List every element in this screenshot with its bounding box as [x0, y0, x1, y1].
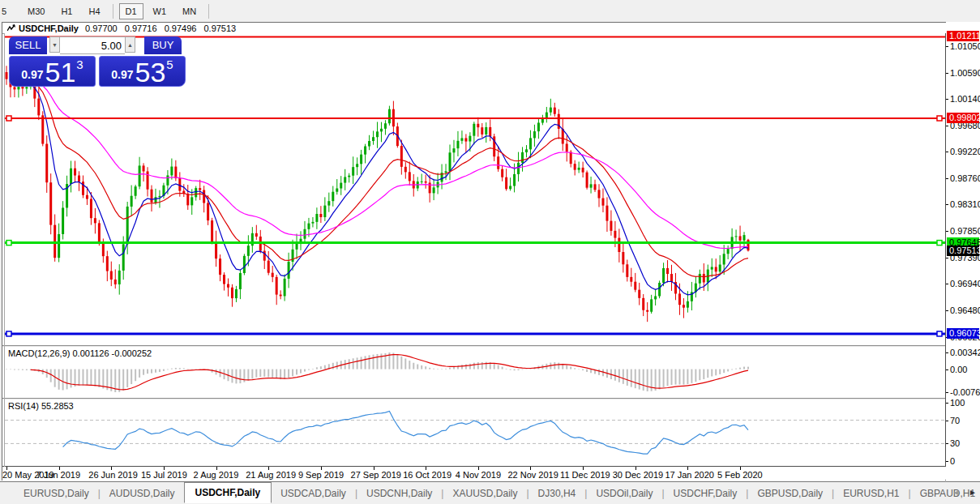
tab-eurusd-h1[interactable]: EURUSD,H1: [834, 484, 908, 503]
pane-border-bottom: [2, 466, 978, 467]
time-axis[interactable]: 20 May 20197 Jun 201926 Jun 201915 Jul 2…: [2, 468, 945, 481]
price-tick-label: 0.96480: [950, 305, 980, 315]
volume-increase-button[interactable]: ▲: [125, 36, 135, 53]
hline-handle: [937, 331, 942, 336]
tab-scroll-left-icon[interactable]: ◄: [952, 488, 960, 497]
price-tick-label: 1.00140: [950, 94, 980, 104]
time-tick-label: 22 Nov 2019: [507, 470, 558, 480]
rsi-axis-label: 30: [950, 438, 960, 448]
timeframe-h4-button[interactable]: H4: [82, 3, 106, 19]
price-tick-label: 0.96940: [950, 279, 980, 288]
tab-eurusd-daily[interactable]: EURUSD,Daily: [15, 484, 98, 503]
hline-handle: [937, 241, 942, 246]
time-tick-label: 16 Oct 2019: [403, 470, 451, 480]
tab-audusd-daily[interactable]: AUDUSD,Daily: [101, 484, 184, 503]
axis-border: [945, 33, 946, 467]
price-flag-1.01211: 1.01211: [947, 31, 979, 41]
macd-min-label: -0.007615: [950, 387, 980, 397]
timeframe-mn-button[interactable]: MN: [176, 3, 203, 19]
sell-button[interactable]: SELL: [9, 36, 47, 54]
high-value: 0.97716: [125, 23, 157, 33]
rsi-line: [63, 411, 748, 454]
price-tick-label: 0.97850: [950, 226, 980, 236]
volume-decrease-button[interactable]: ▼: [49, 36, 60, 53]
one-click-trading-panel: SELL ▼ ▲ BUY 0.97 51 3 0.97 53 5: [9, 36, 186, 87]
time-tick-label: 26 Jun 2019: [88, 470, 138, 480]
macd-values: 0.001126 -0.000252: [72, 348, 152, 358]
chart-titlebar: USDCHF,Daily 0.97700 0.97716 0.97496 0.9…: [2, 23, 978, 33]
ask-point: 5: [166, 58, 173, 71]
chart-symbol-title: USDCHF,Daily: [19, 23, 79, 33]
macd-histogram: [6, 352, 749, 392]
hline-handle: [6, 116, 11, 121]
timeframe-toolbar: 5 M30 H1 H4 D1 W1 MN: [0, 0, 980, 22]
time-tick-label: 15 Jul 2019: [141, 470, 187, 480]
time-tick-label: 17 Jan 2020: [665, 470, 714, 480]
timeframe-w1-button[interactable]: W1: [147, 3, 173, 19]
trade-controls-row: SELL ▼ ▲ BUY: [9, 36, 186, 54]
price-axis[interactable]: 1.010501.005901.001400.996800.992200.987…: [946, 22, 980, 481]
rsi-axis-label: 100: [950, 398, 965, 408]
rsi-pane-canvas[interactable]: [5, 400, 945, 466]
pane-splitter[interactable]: [2, 398, 978, 399]
hline-handle: [6, 331, 11, 336]
tab-usdcad-daily[interactable]: USDCAD,Daily: [272, 484, 355, 503]
tab-dj30-h4[interactable]: DJ30,H4: [529, 484, 585, 503]
rsi-value: 55.2853: [41, 401, 74, 411]
time-tick-label: 21 Aug 2019: [246, 470, 296, 480]
timeframe-d1-button[interactable]: D1: [119, 3, 143, 19]
rsi-axis-label: 0: [950, 456, 955, 466]
bid-point: 3: [76, 58, 83, 71]
tab-usdoil-daily[interactable]: USDOil,Daily: [587, 484, 661, 503]
tab-usdchf-daily-2[interactable]: USDCHF,Daily: [665, 484, 747, 503]
timeframe-h1-button[interactable]: H1: [54, 3, 79, 19]
pane-splitter[interactable]: [2, 345, 978, 347]
price-tick-label: 0.99220: [950, 147, 980, 156]
rsi-axis-label: 70: [950, 416, 960, 425]
chart-tabbar: EURUSD,Daily | AUDUSD,Daily USDCHF,Daily…: [0, 481, 980, 504]
buy-button[interactable]: BUY: [144, 36, 182, 54]
toolbar-separator: [208, 4, 209, 19]
price-flag-0.99802: 0.99802: [947, 113, 979, 123]
chart-icon: [7, 23, 15, 33]
volume-input[interactable]: [60, 36, 125, 54]
time-tick-label: 27 Sep 2019: [351, 470, 401, 480]
macd-zero-label: 0.00: [950, 365, 967, 374]
tab-xauusd-daily[interactable]: XAUUSD,Daily: [443, 484, 526, 503]
time-tick-label: 11 Dec 2019: [560, 470, 610, 480]
timeframe-m15-button[interactable]: 5: [0, 3, 18, 19]
bid-price-display[interactable]: 0.97 51 3: [9, 56, 96, 87]
ask-pips: 53: [135, 60, 166, 84]
low-value: 0.97496: [165, 23, 197, 33]
time-tick-label: 4 Nov 2019: [456, 470, 501, 480]
bid-pips: 51: [45, 60, 76, 84]
tab-scroll-arrows: ◄ ►: [952, 488, 977, 497]
tab-gbpusd-daily[interactable]: GBPUSD,Daily: [748, 484, 832, 503]
price-tick-label: 0.98760: [950, 173, 980, 183]
timeframe-m30-button[interactable]: M30: [21, 3, 51, 19]
rsi-name: RSI(14): [8, 401, 39, 411]
ask-price-display[interactable]: 0.97 53 5: [99, 56, 186, 87]
hline-handle: [6, 241, 11, 246]
ohlc-values: 0.97700 0.97716 0.97496 0.97513: [85, 23, 241, 33]
chart-left-border: [4, 33, 5, 467]
time-tick-label: 2 Aug 2019: [194, 470, 239, 480]
time-tick-label: 5 Feb 2020: [717, 470, 763, 480]
tab-usdcnh-daily[interactable]: USDCNH,Daily: [357, 484, 441, 503]
time-tick-label: 30 Dec 2019: [613, 470, 663, 480]
toolbar-separator: [113, 4, 113, 19]
tab-scroll-right-icon[interactable]: ►: [969, 488, 977, 497]
bid-prefix: 0.97: [21, 68, 43, 81]
tab-usdchf-daily-active[interactable]: USDCHF,Daily: [184, 482, 272, 503]
current-price-flag: 0.97513: [947, 246, 979, 256]
time-tick-label: 7 Jun 2019: [36, 470, 80, 480]
close-value: 0.97513: [203, 23, 236, 33]
macd-max-label: 0.003428: [950, 348, 980, 357]
metatrader-app: { "toolbar": { "timeframes": [ {"label":…: [0, 0, 980, 504]
macd-indicator-label: MACD(12,26,9) 0.001126 -0.000252: [8, 348, 152, 358]
macd-name: MACD(12,26,9): [8, 348, 70, 358]
rsi-indicator-label: RSI(14) 55.2853: [8, 401, 74, 411]
price-tick-label: 1.00590: [950, 68, 980, 78]
hline-handle: [937, 116, 942, 121]
ask-prefix: 0.97: [111, 68, 133, 81]
